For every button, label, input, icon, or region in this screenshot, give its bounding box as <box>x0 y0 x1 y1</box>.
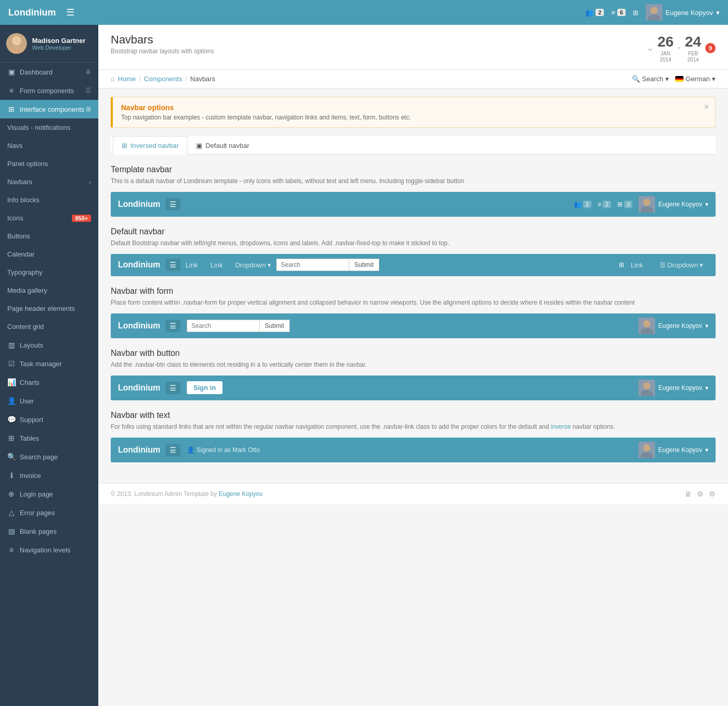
demo-right-link[interactable]: Link <box>626 258 648 272</box>
grid-icon-btn[interactable]: ⊞ <box>633 9 638 17</box>
flag-de-icon <box>675 76 684 82</box>
footer-settings-icon[interactable]: ⚙ <box>697 490 704 498</box>
sidebar-item-task-manager[interactable]: ☑ Task manager <box>0 354 98 373</box>
demo-text-user[interactable]: Eugene Kopyov ▾ <box>638 442 708 458</box>
text-navbar-desc: For folks using standard links that are … <box>111 422 716 431</box>
dashboard-icon: ▣ <box>7 68 16 76</box>
demo-text-menu-btn[interactable]: ☰ <box>166 444 181 456</box>
date-from: 26 JAN 2014 <box>658 33 674 63</box>
sidebar-user-info: Madison Gartner Web Developer <box>32 37 85 51</box>
sidebar-item-panel-options[interactable]: Panel options <box>0 155 98 173</box>
sidebar-item-user[interactable]: 👤 User <box>0 392 98 410</box>
tab-inversed-label: Inversed navbar <box>130 142 179 149</box>
list-icon-sidebar: ☰ <box>85 87 91 94</box>
top-menu-icon[interactable]: ☰ <box>66 7 75 18</box>
footer-icons: 🖥 ⚙ ⚙ <box>685 490 716 498</box>
sidebar-item-label: Error pages <box>20 509 55 517</box>
sidebar-item-media-gallery[interactable]: Media gallery <box>0 281 98 299</box>
breadcrumb-home[interactable]: Home <box>118 75 136 83</box>
sidebar-item-calendar[interactable]: Calendar <box>0 245 98 263</box>
demo-users-badge: 2 <box>583 201 591 208</box>
svg-point-7 <box>643 199 650 206</box>
sidebar-item-charts[interactable]: 📊 Charts <box>0 373 98 392</box>
demo-form-submit-btn[interactable]: Submit <box>259 320 290 332</box>
sidebar-item-search-page[interactable]: 🔍 Search page <box>0 447 98 466</box>
sidebar-item-navs[interactable]: Navs <box>0 137 98 155</box>
footer-author-link[interactable]: Eugene Kopyov <box>219 490 263 498</box>
sidebar-item-page-header-elements[interactable]: Page header elements <box>0 299 98 318</box>
page-footer: © 2013. Londinium Admin Template by Euge… <box>98 483 728 504</box>
sidebar-item-label: Icons <box>7 214 23 222</box>
list-badge[interactable]: ≡ 6 <box>611 9 626 17</box>
sidebar-item-interface-components[interactable]: ⊞ Interface components ⊞ <box>0 100 98 118</box>
demo-form-search-input[interactable] <box>187 320 259 332</box>
breadcrumb-lang-btn[interactable]: German ▾ <box>675 75 716 83</box>
sidebar-item-visuals-notifications[interactable]: Visuals - notifications <box>0 118 98 137</box>
demo-default-brand: Londinium <box>118 260 160 269</box>
tab-default-navbar[interactable]: ▣ Default navbar <box>187 136 258 155</box>
demo-default-menu-btn[interactable]: ☰ <box>166 259 181 271</box>
footer-monitor-icon[interactable]: 🖥 <box>685 490 692 498</box>
demo-template-menu-btn[interactable]: ☰ <box>166 198 181 211</box>
sidebar-item-navigation-levels[interactable]: ≡ Navigation levels <box>0 540 98 559</box>
navlevel-icon: ≡ <box>7 546 16 554</box>
navbars-arrow: › <box>89 179 91 185</box>
footer-gear-icon[interactable]: ⚙ <box>709 490 716 498</box>
sidebar-item-content-grid[interactable]: Content grid <box>0 318 98 336</box>
home-icon: ⌂ <box>111 75 115 83</box>
breadcrumb-current: Navbars <box>190 75 215 83</box>
demo-btn-menu-btn[interactable]: ☰ <box>166 382 181 394</box>
sidebar-item-tables[interactable]: ⊞ Tables <box>0 429 98 447</box>
sidebar-item-blank-pages[interactable]: ▤ Blank pages <box>0 522 98 540</box>
sidebar-item-support[interactable]: 💬 Support <box>0 410 98 429</box>
sidebar-item-error-pages[interactable]: △ Error pages <box>0 503 98 522</box>
sidebar-item-layouts[interactable]: ▥ Layouts <box>0 336 98 354</box>
interface-icon: ⊞ <box>7 105 16 113</box>
breadcrumb: ⌂ Home / Components / Navbars <box>111 75 215 83</box>
support-icon: 💬 <box>7 415 16 424</box>
demo-form-user[interactable]: Eugene Kopyov ▾ <box>638 318 708 334</box>
sidebar-item-navbars[interactable]: Navbars › <box>0 173 98 191</box>
sidebar-item-form-components[interactable]: ≡ Form components ☰ <box>0 81 98 100</box>
breadcrumb-search-btn[interactable]: 🔍 Search ▾ <box>632 75 669 83</box>
demo-search-input[interactable] <box>276 259 349 271</box>
sidebar-item-buttons[interactable]: Buttons <box>0 227 98 245</box>
tab-inversed-navbar[interactable]: ⊞ Inversed navbar <box>113 136 187 155</box>
dropdown-arrow: ▾ <box>268 261 271 269</box>
users-badge[interactable]: 👥 2 <box>585 9 604 17</box>
demo-template-user[interactable]: Eugene Kopyov ▾ <box>638 196 708 213</box>
alert-text: Top navigation bar examples - custom tem… <box>121 114 707 121</box>
demo-search-submit-btn[interactable]: Submit <box>349 259 379 271</box>
demo-dropdown-1[interactable]: Dropdown ▾ <box>230 258 276 272</box>
sidebar-item-invoice[interactable]: ℹ Invoice <box>0 466 98 485</box>
demo-signed-in-text: 👤 Signed in as Mark Otto <box>187 446 260 454</box>
task-icon: ☑ <box>7 359 16 368</box>
demo-right-dropdown[interactable]: ☰ Dropdown ▾ <box>655 258 708 272</box>
error-icon: △ <box>7 508 16 517</box>
tables-icon: ⊞ <box>7 434 16 442</box>
date-badge: 9 <box>705 43 716 53</box>
sidebar-item-label: Typography <box>7 268 42 276</box>
sidebar-item-typography[interactable]: Typography <box>0 263 98 281</box>
breadcrumb-actions: 🔍 Search ▾ German ▾ <box>632 75 716 83</box>
sidebar-item-icons[interactable]: Icons 850+ <box>0 209 98 227</box>
sidebar-item-login-page[interactable]: ⊕ Login page <box>0 485 98 503</box>
demo-template-user-name: Eugene Kopyov <box>658 201 702 208</box>
sidebar-item-dashboard[interactable]: ▣ Dashboard 🖥 <box>0 63 98 81</box>
default-navbar-desc: Default Bootstrap navbar with left/right… <box>111 238 716 248</box>
sidebar-item-info-blocks[interactable]: Info blocks <box>0 191 98 209</box>
demo-btn-user[interactable]: Eugene Kopyov ▾ <box>638 380 708 396</box>
breadcrumb-components[interactable]: Components <box>144 75 182 83</box>
alert-close-btn[interactable]: × <box>704 102 709 112</box>
demo-link-2[interactable]: Link <box>205 258 228 272</box>
demo-text-brand: Londinium <box>118 445 160 455</box>
sidebar-item-label: Blank pages <box>20 528 57 535</box>
sidebar-item-label: Navs <box>7 142 23 149</box>
top-user-menu[interactable]: Eugene Kopyov ▾ <box>646 4 720 21</box>
demo-signin-btn[interactable]: Sign in <box>187 381 222 394</box>
demo-link-1[interactable]: Link <box>181 258 203 272</box>
demo-form-menu-btn[interactable]: ☰ <box>166 320 181 332</box>
inverse-link[interactable]: inverse <box>551 423 571 430</box>
app-brand[interactable]: Londinium <box>8 7 56 18</box>
demo-list-badge: 2 <box>603 201 611 208</box>
